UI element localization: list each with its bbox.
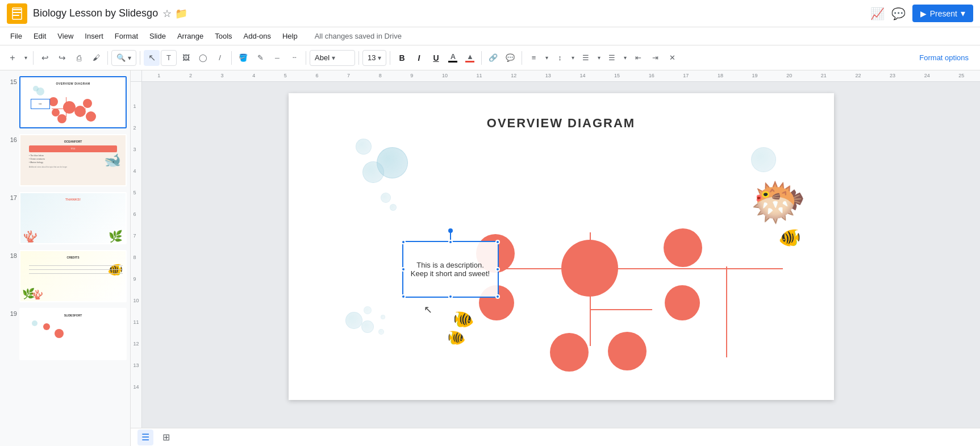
text-color-button[interactable]: A [445, 50, 461, 66]
activity-icon[interactable]: 📈 [870, 7, 885, 20]
present-chevron-icon[interactable]: ▾ [961, 8, 965, 19]
menu-slide[interactable]: Slide [144, 30, 172, 43]
zoom-dropdown[interactable]: 🔍 ▾ [111, 50, 136, 66]
ruler-v-12: 12 [133, 341, 139, 347]
toolbar-sep-8 [481, 51, 482, 65]
handle-bottom-left[interactable] [401, 294, 406, 299]
slide-preview-18[interactable]: CREDITS 🌿 🪸 🐠 [19, 250, 127, 302]
menu-edit[interactable]: Edit [28, 30, 52, 43]
svg-rect-2 [12, 12, 22, 13]
tropical-fish-1: 🐡 [750, 176, 807, 229]
coral-circle-center [561, 240, 618, 297]
handle-bottom-right[interactable] [495, 294, 500, 299]
format-options-button[interactable]: Format options [912, 51, 975, 64]
text-box-selected[interactable]: This is a description. Keep it short and… [402, 241, 499, 298]
present-button[interactable]: ▶ Present ▾ [912, 5, 973, 22]
ruler-mark-11: 11 [477, 73, 482, 78]
image-button[interactable]: 🖼 [178, 50, 194, 66]
slide-thumb-19[interactable]: 19 SLIDESFORT [2, 307, 128, 361]
slide-canvas[interactable]: OVERVIEW DIAGRAM [289, 93, 834, 400]
print-button[interactable]: ⎙ [71, 50, 87, 66]
link-button[interactable]: 🔗 [485, 50, 501, 66]
slide-preview-19[interactable]: SLIDESFORT [19, 308, 127, 360]
menu-tools[interactable]: Tools [209, 30, 237, 43]
handle-top-left[interactable] [401, 240, 406, 244]
slide-preview-15[interactable]: OVERVIEW DIAGRAM text [19, 76, 127, 128]
ruler-mark-14: 14 [579, 73, 585, 78]
menu-insert[interactable]: Insert [79, 30, 109, 43]
menu-format[interactable]: Format [109, 30, 144, 43]
slide-preview-17[interactable]: THANKS! 🪸 🌿 [19, 192, 127, 244]
h-line-1 [476, 268, 783, 269]
bubble-top-right [751, 147, 776, 172]
align-chevron-button[interactable]: ▾ [543, 50, 551, 66]
unordered-list-chevron-button[interactable]: ▾ [621, 50, 629, 66]
text-box-button[interactable]: T [161, 50, 177, 66]
slide-num-18: 18 [3, 250, 17, 259]
comments-icon[interactable]: 💬 [891, 7, 906, 20]
italic-button[interactable]: I [411, 50, 427, 66]
menu-help[interactable]: Help [277, 30, 303, 43]
line-button[interactable]: / [212, 50, 228, 66]
unordered-list-button[interactable]: ☰ [604, 50, 620, 66]
indent-less-button[interactable]: ⇤ [630, 50, 646, 66]
menu-arrange[interactable]: Arrange [172, 30, 209, 43]
underline-button[interactable]: U [428, 50, 444, 66]
slide-canvas-wrap[interactable]: OVERVIEW DIAGRAM [142, 82, 980, 428]
toolbar-sep-5 [306, 51, 306, 65]
clear-format-button[interactable]: ✕ [664, 50, 680, 66]
coral-circle-b2 [608, 332, 647, 370]
redo-button[interactable]: ↪ [54, 50, 70, 66]
handle-top-right[interactable] [495, 240, 500, 244]
text-box-content[interactable]: This is a description. Keep it short and… [403, 242, 498, 297]
line-spacing-button[interactable]: ↕ [552, 50, 568, 66]
star-icon[interactable]: ☆ [162, 7, 172, 20]
rotate-handle[interactable] [448, 228, 453, 233]
font-name-dropdown[interactable]: Abel ▾ [310, 50, 355, 66]
bold-button[interactable]: B [394, 50, 410, 66]
select-button[interactable]: ↖ [144, 50, 160, 66]
toolbar-sep-7 [390, 51, 390, 65]
ordered-list-button[interactable]: ☰ [578, 50, 594, 66]
grid-view-button[interactable]: ⊞ [158, 430, 174, 445]
ruler-v-10: 10 [133, 298, 139, 303]
indent-more-button[interactable]: ⇥ [647, 50, 663, 66]
menu-file[interactable]: File [5, 30, 28, 43]
folder-icon[interactable]: 📁 [175, 7, 187, 20]
menu-addons[interactable]: Add-ons [238, 30, 277, 43]
comment-button[interactable]: 💬 [502, 50, 518, 66]
undo-button[interactable]: ↩ [37, 50, 53, 66]
add-chevron-button[interactable]: ▾ [22, 50, 30, 66]
document-title[interactable]: Biology Lesson by Slidesgo [33, 7, 158, 19]
slide-preview-16[interactable]: OCEANFORT TITLE • The blue below • Ocean… [19, 134, 127, 186]
slide-thumb-18[interactable]: 18 CREDITS 🌿 🪸 🐠 [2, 249, 128, 303]
handle-top-center[interactable] [448, 240, 453, 244]
ordered-list-chevron-button[interactable]: ▾ [595, 50, 603, 66]
fill-color-button[interactable]: 🪣 [235, 50, 251, 66]
toolbar-sep-9 [522, 51, 522, 65]
bubble-2 [362, 161, 384, 183]
paint-format-button[interactable]: 🖌 [88, 50, 104, 66]
border-weight-button[interactable]: ─ [269, 50, 285, 66]
highlight-button[interactable]: ▲ [462, 50, 478, 66]
line-spacing-chevron-button[interactable]: ▾ [569, 50, 577, 66]
add-button[interactable]: + [5, 50, 20, 66]
border-color-button[interactable]: ✎ [252, 50, 268, 66]
handle-right-center[interactable] [495, 267, 500, 272]
right-controls: 📈 💬 ▶ Present ▾ [870, 5, 973, 22]
menu-view[interactable]: View [52, 30, 79, 43]
list-view-button[interactable]: ☰ [137, 430, 153, 445]
handle-bottom-center[interactable] [448, 294, 453, 299]
font-size-dropdown[interactable]: 13 ▾ [362, 50, 386, 66]
font-size-chevron-icon: ▾ [378, 54, 381, 62]
slide-thumb-16[interactable]: 16 OCEANFORT TITLE • The blue below • Oc… [2, 133, 128, 187]
handle-left-center[interactable] [401, 267, 406, 272]
menu-bar: File Edit View Insert Format Slide Arran… [0, 27, 980, 45]
slide-thumb-15[interactable]: 15 OVERVIEW DIAGRAM [2, 75, 128, 130]
slide-thumb-17[interactable]: 17 THANKS! 🪸 🌿 [2, 191, 128, 245]
view-toggle: ☰ ⊞ [137, 430, 174, 445]
align-button[interactable]: ≡ [526, 50, 541, 66]
canvas-area: 1 2 3 4 5 6 7 8 9 10 11 12 13 14 15 16 1 [131, 70, 980, 446]
border-dash-button[interactable]: ╌ [286, 50, 302, 66]
shapes-button[interactable]: ◯ [195, 50, 211, 66]
